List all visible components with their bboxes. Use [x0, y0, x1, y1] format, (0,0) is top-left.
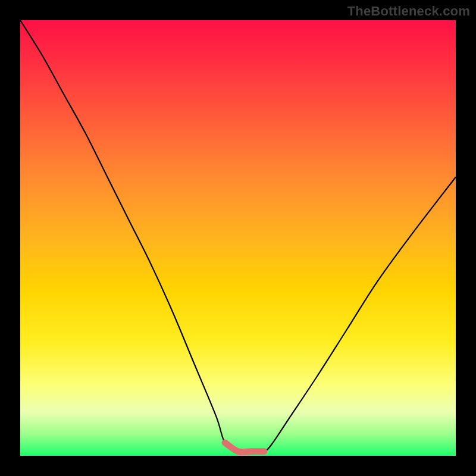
flat-region-marker [225, 443, 264, 452]
curve-svg [20, 20, 456, 456]
chart-frame: TheBottleneck.com [0, 0, 476, 476]
plot-area [20, 20, 456, 456]
bottleneck-curve [20, 20, 456, 452]
watermark-text: TheBottleneck.com [347, 4, 470, 19]
